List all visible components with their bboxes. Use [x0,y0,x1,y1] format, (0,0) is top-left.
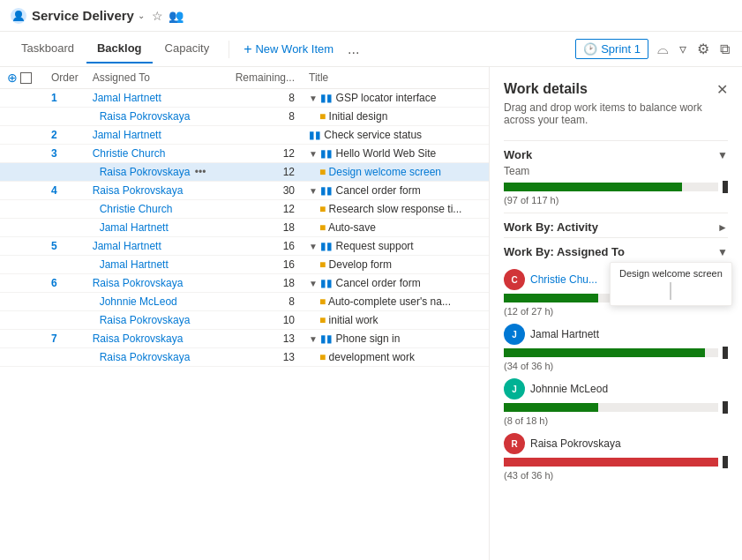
row-title[interactable]: ■ initial work [302,311,489,330]
row-assigned[interactable]: Raisa Pokrovskaya [86,330,229,348]
new-work-item-button[interactable]: + New Work Item [236,38,341,61]
row-assigned[interactable]: Christie Church [86,145,229,163]
row-assigned[interactable]: Raisa Pokrovskaya [86,182,229,200]
by-activity-section-header[interactable]: Work By: Activity ► [504,213,728,237]
by-assigned-section-header[interactable]: Work By: Assigned To ▼ [504,237,728,262]
row-assigned[interactable]: Jamal Hartnett [86,219,229,237]
row-assigned[interactable]: Jamal Hartnett [86,256,229,274]
row-title[interactable]: ▼ ▮▮ Request support [302,237,489,256]
tab-capacity[interactable]: Capacity [154,34,221,63]
table-row: Raisa Pokrovskaya ••• 12 ■ Design welcom… [0,163,489,182]
expand-icon[interactable]: ⧉ [718,40,731,59]
filter-options-icon[interactable]: ⌓ [656,40,671,59]
row-order: 3 [44,145,86,163]
row-title[interactable]: ■ Auto-save [302,219,489,237]
row-assigned[interactable]: Raisa Pokrovskaya [86,108,229,126]
plus-icon: + [244,41,251,57]
row-title[interactable]: ■ Design welcome screen [302,163,489,182]
close-button[interactable]: ✕ [716,81,728,98]
jamal-fill [504,348,705,357]
row-assigned[interactable]: Christie Church [86,200,229,219]
johnnie-hours: (8 of 18 h) [504,415,728,426]
expand-icon[interactable]: ▼ [309,334,318,344]
project-chevron-icon[interactable]: ⌄ [138,11,145,20]
add-row-icon[interactable]: ⊕ [7,71,18,85]
christie-hours: (12 of 27 h) [504,306,728,317]
row-order: 4 [44,182,86,200]
table-row: 5 Jamal Hartnett 16 ▼ ▮▮ Request support [0,237,489,256]
story-icon: ▮▮ [320,277,333,289]
row-assigned[interactable]: Raisa Pokrovskaya [86,348,229,367]
row-title[interactable]: ▼ ▮▮ Cancel order form [302,274,489,293]
raisa-bg [504,458,718,467]
expand-icon[interactable]: ▼ [309,186,318,196]
person-block-raisa: R Raisa Pokrovskaya (43 of 36 h) [504,433,728,481]
task-icon: ■ [319,295,326,308]
expand-icon[interactable]: ▼ [309,242,318,251]
raisa-bar-end [723,456,728,468]
settings-icon[interactable]: ⚙ [695,39,711,59]
by-activity-toggle-icon[interactable]: ► [717,221,728,234]
tab-backlog[interactable]: Backlog [86,34,153,63]
row-assigned[interactable]: Raisa Pokrovskaya [86,311,229,330]
row-assigned[interactable]: Jamal Hartnett [86,126,229,145]
row-remaining: 12 [229,145,302,163]
tab-taskboard[interactable]: Taskboard [11,34,85,63]
people-icon[interactable]: 👥 [169,9,184,23]
johnnie-bar-end [723,401,728,414]
jamal-bar-end [723,347,728,359]
work-section-header[interactable]: Work ▼ [504,140,728,165]
by-assigned-toggle-icon[interactable]: ▼ [717,246,728,258]
story-icon: ▮▮ [309,129,321,141]
select-all-checkbox[interactable] [20,72,32,84]
story-icon: ▮▮ [320,92,333,104]
row-title[interactable]: ■ development work [302,348,489,367]
table-row: 4 Raisa Pokrovskaya 30 ▼ ▮▮ Cancel order… [0,182,489,200]
row-title[interactable]: ■ Develop form [302,256,489,274]
table-row: Jamal Hartnett 16 ■ Develop form [0,256,489,274]
table-row: Jamal Hartnett 18 ■ Auto-save [0,219,489,237]
row-remaining: 18 [229,219,302,237]
filter-icon[interactable]: ▿ [678,39,688,59]
row-title[interactable]: ▼ ▮▮ Hello World Web Site [302,145,489,163]
expand-icon[interactable]: ▼ [309,149,318,159]
nav-right-controls: 🕑 Sprint 1 ⌓ ▿ ⚙ ⧉ [575,39,731,59]
row-assigned[interactable]: Raisa Pokrovskaya [86,274,229,293]
row-title[interactable]: ■ Initial design [302,108,489,126]
person-block-christie: C Christie Chu... Design welcome screen … [504,269,728,317]
task-icon: ■ [319,166,326,178]
favorite-icon[interactable]: ☆ [152,9,163,23]
raisa-progress [504,456,728,468]
row-title[interactable]: ■ Auto-complete user's na... [302,293,489,311]
sprint-selector[interactable]: 🕑 Sprint 1 [575,39,648,59]
task-icon: ■ [319,258,326,271]
row-ellipsis[interactable]: ••• [195,166,206,178]
row-title[interactable]: ▼ ▮▮ GSP locator interface [302,89,489,108]
more-options-button[interactable]: ... [341,38,366,61]
row-assigned[interactable]: Jamal Hartnett [86,237,229,256]
row-order: 1 [44,89,86,108]
row-remaining: 30 [229,182,302,200]
jamal-hours: (34 of 36 h) [504,361,728,371]
table-row: Raisa Pokrovskaya 10 ■ initial work [0,311,489,330]
work-section-toggle-icon[interactable]: ▼ [717,149,728,161]
col-header-controls: ⊕ [0,67,44,89]
expand-icon[interactable]: ▼ [309,93,318,103]
work-section-label: Work [504,148,532,161]
raisa-fill [504,458,718,467]
project-avatar [11,8,26,24]
team-hours-label: (97 of 117 h) [504,195,728,205]
jamal-progress [504,347,728,359]
row-title[interactable]: ▮▮ Check service status [302,126,489,145]
details-subtitle: Drag and drop work items to balance work… [504,101,728,126]
row-assigned[interactable]: Johnnie McLeod [86,293,229,311]
row-assigned[interactable]: Jamal Hartnett [86,89,229,108]
row-title[interactable]: ▼ ▮▮ Phone sign in [302,330,489,348]
row-assigned[interactable]: Raisa Pokrovskaya ••• [86,163,229,182]
row-order: 6 [44,274,86,293]
row-title[interactable]: ▼ ▮▮ Cancel order form [302,182,489,200]
expand-icon[interactable]: ▼ [309,279,318,288]
details-title: Work details [504,81,588,97]
person-block-jamal: J Jamal Hartnett (34 of 36 h) [504,324,728,371]
row-title[interactable]: ■ Research slow response ti... [302,200,489,219]
